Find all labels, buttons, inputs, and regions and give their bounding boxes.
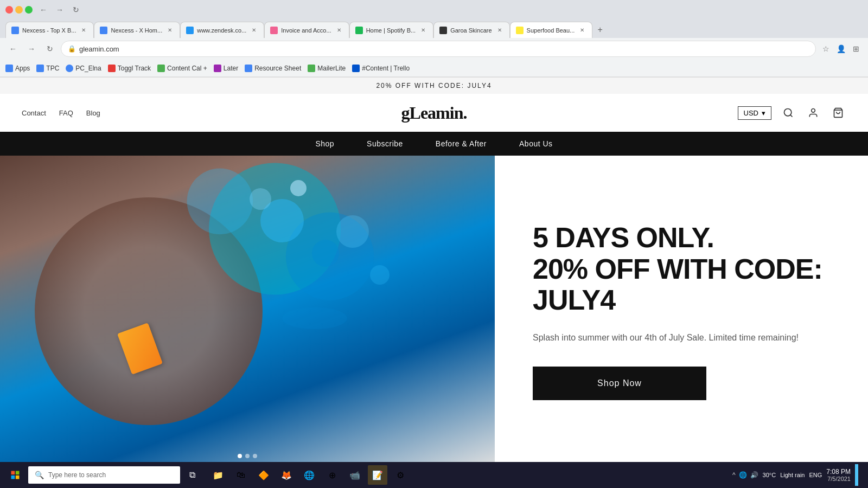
firefox-button[interactable]: 🦊 [277, 465, 296, 485]
svg-point-0 [784, 109, 792, 116]
forward-button[interactable]: → [52, 2, 67, 17]
new-tab-button[interactable]: + [592, 22, 608, 38]
currency-selector[interactable]: USD ▾ [738, 106, 771, 120]
back-button-2[interactable]: ← [5, 41, 21, 56]
sticky-notes-button[interactable]: 📝 [368, 465, 387, 485]
volume-icon[interactable]: 🔊 [750, 471, 758, 479]
tab-close-button[interactable]: ✕ [79, 26, 88, 35]
maximize-window-button[interactable] [25, 6, 33, 14]
extension-button[interactable]: ⊞ [850, 42, 863, 55]
tab-close-button[interactable]: ✕ [419, 26, 427, 35]
tab-close-button[interactable]: ✕ [165, 26, 174, 35]
back-button[interactable]: ← [36, 2, 51, 17]
bookmark-favicon [214, 65, 221, 72]
bookmark-star-button[interactable]: ☆ [819, 42, 832, 55]
site-logo[interactable]: gLeamin. [297, 103, 572, 123]
secure-icon: 🔒 [68, 45, 76, 53]
bookmark-tpc[interactable]: TPC [36, 65, 59, 72]
nav-about-us[interactable]: About Us [519, 139, 553, 148]
chrome-button[interactable]: ⊕ [322, 465, 342, 485]
tab-invoice[interactable]: Invoice and Acco... ✕ [264, 22, 349, 38]
bookmark-trello[interactable]: #Content | Trello [352, 65, 410, 72]
refresh-button-2[interactable]: ↻ [42, 41, 58, 56]
network-icon[interactable]: 🌐 [739, 471, 747, 479]
splash-overlay [0, 156, 495, 467]
refresh-button[interactable]: ↻ [68, 2, 84, 17]
nav-shop[interactable]: Shop [315, 139, 334, 148]
tab-nexcess-top[interactable]: Nexcess - Top X B... ✕ [5, 22, 94, 38]
tab-nexcess-home[interactable]: Nexcess - X Hom... ✕ [94, 22, 180, 38]
tab-zendesk[interactable]: www.zendesk.co... ✕ [180, 22, 264, 38]
bookmark-pc-elna[interactable]: PC_Elna [66, 65, 101, 72]
tab-bar: Nexcess - Top X B... ✕ Nexcess - X Hom..… [0, 20, 868, 38]
address-bar[interactable]: 🔒 gleamin.com [61, 41, 816, 57]
hero-image [0, 156, 495, 467]
bookmark-favicon [308, 65, 315, 72]
faq-link[interactable]: FAQ [59, 109, 73, 117]
bookmark-later[interactable]: Later [214, 65, 238, 72]
bookmark-favicon [157, 65, 165, 72]
contact-link[interactable]: Contact [22, 109, 46, 117]
tab-close-button[interactable]: ✕ [578, 26, 586, 35]
tab-close-button[interactable]: ✕ [250, 26, 258, 35]
start-button[interactable] [4, 464, 26, 486]
traffic-lights [5, 6, 33, 14]
slide-dot-3[interactable] [253, 454, 257, 458]
currency-chevron-icon: ▾ [762, 109, 765, 117]
tab-spotify[interactable]: Home | Spotify B... ✕ [349, 22, 434, 38]
browser-nav-buttons: ← → ↻ [36, 2, 84, 17]
tab-favicon [186, 27, 194, 34]
account-button[interactable] [805, 105, 821, 121]
hero-title-line1: 5 DAYS ONLY. [533, 222, 714, 253]
bookmark-resource-sheet[interactable]: Resource Sheet [245, 65, 301, 72]
nav-before-after[interactable]: Before & After [436, 139, 487, 148]
slide-dot-1[interactable] [238, 454, 242, 458]
show-desktop-button[interactable] [855, 464, 858, 486]
tab-garoa[interactable]: Garoa Skincare ✕ [433, 22, 509, 38]
blog-link[interactable]: Blog [86, 109, 100, 117]
promo-banner: 20% OFF WITH CODE: JULY4 [0, 78, 868, 94]
close-window-button[interactable] [5, 6, 13, 14]
bookmark-label: Apps [15, 65, 30, 72]
shop-now-button[interactable]: Shop Now [533, 367, 706, 400]
file-explorer-button[interactable]: 📁 [208, 465, 228, 485]
taskbar-pinned-icons: 📁 🛍 🔶 🦊 🌐 ⊕ 📹 📝 ⚙ [208, 465, 410, 485]
language-text: ENG [809, 472, 822, 478]
forward-button-2[interactable]: → [24, 41, 39, 56]
website-content: 20% OFF WITH CODE: JULY4 Contact FAQ Blo… [0, 78, 868, 488]
taskbar-search-box[interactable]: 🔍 Type here to search [28, 466, 180, 484]
temperature-text: 30°C [763, 472, 776, 478]
chevron-up-icon[interactable]: ^ [732, 471, 736, 479]
tab-close-button[interactable]: ✕ [335, 26, 343, 35]
bookmark-content-cal[interactable]: Content Cal + [157, 65, 207, 72]
nav-subscribe[interactable]: Subscribe [367, 139, 403, 148]
address-actions: ☆ 👤 ⊞ [819, 42, 863, 55]
vlc-button[interactable]: 🔶 [254, 465, 273, 485]
tab-superfood[interactable]: Superfood Beau... ✕ [510, 22, 593, 38]
search-button[interactable] [780, 105, 796, 121]
settings-button[interactable]: ⚙ [391, 465, 410, 485]
minimize-window-button[interactable] [15, 6, 23, 14]
bookmark-mailerlite[interactable]: MailerLite [308, 65, 346, 72]
slide-dot-2[interactable] [245, 454, 250, 458]
microsoft-store-button[interactable]: 🛍 [231, 465, 251, 485]
taskbar-clock[interactable]: 7:08 PM 7/5/2021 [826, 468, 851, 482]
svg-rect-12 [16, 471, 20, 475]
cart-button[interactable] [830, 105, 846, 121]
hero-section: 5 DAYS ONLY. 20% OFF WITH CODE: JULY4 Sp… [0, 156, 868, 467]
zoom-button[interactable]: 📹 [345, 465, 365, 485]
tab-favicon [439, 27, 447, 34]
svg-point-2 [812, 109, 815, 113]
edge-button[interactable]: 🌐 [299, 465, 319, 485]
bookmark-toggl[interactable]: Toggl Track [108, 65, 151, 72]
search-icon: 🔍 [35, 471, 44, 479]
bookmark-favicon [352, 65, 360, 72]
system-icons: ^ 🌐 🔊 [732, 471, 758, 479]
url-text: gleamin.com [79, 45, 809, 53]
profile-button[interactable]: 👤 [834, 42, 847, 55]
bookmark-apps[interactable]: Apps [5, 65, 30, 72]
tab-favicon [11, 27, 19, 34]
svg-line-1 [790, 115, 793, 117]
tab-close-button[interactable]: ✕ [495, 26, 504, 35]
task-view-button[interactable]: ⧉ [182, 465, 202, 485]
